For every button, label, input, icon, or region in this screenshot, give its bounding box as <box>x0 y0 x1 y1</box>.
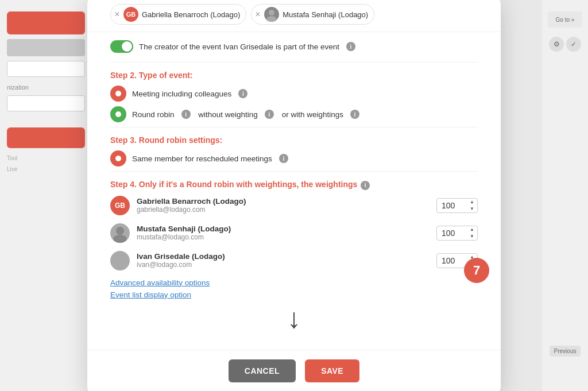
link-section: Advanced availability options Event list… <box>110 278 478 299</box>
tag-ms-avatar <box>264 7 279 22</box>
sr-gear-icon[interactable]: ⚙ <box>549 37 564 52</box>
radio-roundrobin-inner <box>115 111 121 117</box>
weight-name-ms: Mustafa Senhaji (Lodago) <box>137 224 430 233</box>
option-same-member: Same member for rescheduled meetings i <box>110 150 478 167</box>
sidebar-input-mock2 <box>7 95 85 111</box>
tag-gb-avatar: GB <box>123 7 138 22</box>
radio-meeting[interactable] <box>110 86 126 102</box>
spin-up-ms[interactable]: ▲ <box>467 226 477 233</box>
cancel-label: CANCEL <box>245 366 280 375</box>
weight-info-ms: Mustafa Senhaji (Lodago) mustafa@lodago.… <box>137 224 430 241</box>
roundrobin-info-icon2[interactable]: i <box>265 110 274 119</box>
option-roundrobin: Round robin i without weighting i or wit… <box>110 106 478 122</box>
save-button[interactable]: SAVE <box>305 359 359 382</box>
weight-avatar-gb: GB <box>110 196 130 215</box>
sr-prev-label: Previous <box>554 348 577 354</box>
radio-meeting-inner <box>115 91 121 96</box>
step3-header: Step 3. Round robin settings: <box>110 136 478 145</box>
svg-point-1 <box>266 16 277 22</box>
option-meeting: Meeting including colleagues i <box>110 86 478 102</box>
step4-info-icon[interactable]: i <box>361 181 370 190</box>
roundrobin-info-icon[interactable]: i <box>181 110 191 119</box>
sidebar-live-label: Live <box>7 166 85 172</box>
radio-roundrobin[interactable] <box>110 106 126 122</box>
roundrobin-without-label: without weighting <box>196 110 258 119</box>
sidebar-input-mock <box>7 61 85 77</box>
tag-ms: ✕ Mustafa Senhaji (Lodago) <box>251 4 374 25</box>
creator-text: The creator of the event Ivan Grisedale … <box>139 42 339 51</box>
sidebar-left: nization Tool Live <box>0 0 92 391</box>
tag-row: ✕ GB Gabriella Benarroch (Lodago) ✕ Must… <box>87 0 501 32</box>
weight-name-ig: Ivan Grisedale (Lodago) <box>137 252 430 261</box>
weight-email-gb: gabriella@lodago.com <box>137 206 430 214</box>
radio-same-member[interactable] <box>110 150 126 167</box>
svg-point-2 <box>116 227 124 235</box>
weight-row-ig: Ivan Grisedale (Lodago) ivan@lodago.com … <box>110 251 478 270</box>
modal-footer: CANCEL SAVE <box>87 350 501 391</box>
sidebar-red-block2 <box>7 127 85 148</box>
weight-info-ig: Ivan Grisedale (Lodago) ivan@lodago.com <box>137 252 430 269</box>
option-roundrobin-label: Round robin <box>132 110 175 119</box>
step-badge-7: 7 <box>464 258 489 283</box>
radio-same-member-inner <box>115 156 121 161</box>
roundrobin-or-label: or with weightings <box>280 110 343 119</box>
creator-row: The creator of the event Ivan Grisedale … <box>110 32 478 59</box>
weight-email-ms: mustafa@lodago.com <box>137 233 430 241</box>
tag-gb-label: Gabriella Benarroch (Lodago) <box>142 10 240 19</box>
divider1 <box>110 62 478 63</box>
svg-point-4 <box>116 254 124 262</box>
cancel-button[interactable]: CANCEL <box>229 359 296 382</box>
creator-toggle[interactable] <box>110 40 133 53</box>
creator-toggle-track <box>110 40 133 53</box>
weight-row-ms: Mustafa Senhaji (Lodago) mustafa@lodago.… <box>110 223 478 243</box>
sidebar-label: nization <box>7 84 85 91</box>
creator-info-icon[interactable]: i <box>346 42 355 51</box>
roundrobin-info-icon3[interactable]: i <box>350 110 359 119</box>
link-availability[interactable]: Advanced availability options <box>110 278 478 287</box>
divider3 <box>110 171 478 172</box>
weight-spinners-gb: ▲ ▼ <box>467 199 477 212</box>
step2-header: Step 2. Type of event: <box>110 71 478 80</box>
tag-ms-label: Mustafa Senhaji (Lodago) <box>283 10 368 19</box>
step4-header: Step 4. Only if it's a Round robin with … <box>110 180 478 189</box>
sidebar-gray-block <box>7 39 85 56</box>
weight-email-ig: ivan@lodago.com <box>137 261 430 269</box>
weight-avatar-ms <box>110 223 130 243</box>
down-arrow-wrap: ↓ <box>110 305 478 332</box>
weight-input-wrap-ms: ▲ ▼ <box>436 226 478 241</box>
sidebar-red-block <box>7 11 85 34</box>
down-arrow-icon: ↓ <box>287 305 301 332</box>
sr-check-icon[interactable]: ✓ <box>566 37 581 52</box>
tag-ms-close[interactable]: ✕ <box>255 10 261 18</box>
spin-down-gb[interactable]: ▼ <box>467 206 477 212</box>
weight-info-gb: Gabriella Benarroch (Lodago) gabriella@l… <box>137 197 430 214</box>
svg-point-3 <box>113 235 127 243</box>
sr-icon-row: ⚙ ✓ <box>549 37 581 52</box>
tag-gb: ✕ GB Gabriella Benarroch (Lodago) <box>110 4 246 25</box>
sidebar-right: Go to » ⚙ ✓ Previous <box>542 0 588 391</box>
divider2 <box>110 127 478 127</box>
weight-name-gb: Gabriella Benarroch (Lodago) <box>137 197 430 206</box>
weight-spinners-ms: ▲ ▼ <box>467 226 477 240</box>
same-member-info-icon[interactable]: i <box>279 154 288 163</box>
sr-go-badge[interactable]: Go to » <box>548 11 582 28</box>
sr-badge-text: Go to » <box>556 17 575 23</box>
weight-avatar-ig <box>110 251 130 270</box>
svg-point-5 <box>113 262 127 270</box>
spin-down-ms[interactable]: ▼ <box>467 233 477 240</box>
weight-row-gb: GB Gabriella Benarroch (Lodago) gabriell… <box>110 196 478 215</box>
link-display[interactable]: Event list display option <box>110 291 478 299</box>
svg-point-0 <box>269 10 274 16</box>
weight-input-wrap-ig: ▲ ▼ 7 <box>436 253 478 268</box>
tag-gb-close[interactable]: ✕ <box>114 10 120 18</box>
sr-prev-button[interactable]: Previous <box>550 346 581 357</box>
save-label: SAVE <box>321 366 343 375</box>
spin-up-gb[interactable]: ▲ <box>467 199 477 206</box>
meeting-info-icon[interactable]: i <box>238 89 247 98</box>
option-meeting-label: Meeting including colleagues <box>132 90 231 98</box>
option-same-member-label: Same member for rescheduled meetings <box>132 154 272 163</box>
modal-content: The creator of the event Ivan Grisedale … <box>87 32 501 343</box>
modal-card: ✕ GB Gabriella Benarroch (Lodago) ✕ Must… <box>87 0 501 391</box>
creator-toggle-thumb <box>122 41 132 52</box>
step-badge-label: 7 <box>473 263 480 278</box>
